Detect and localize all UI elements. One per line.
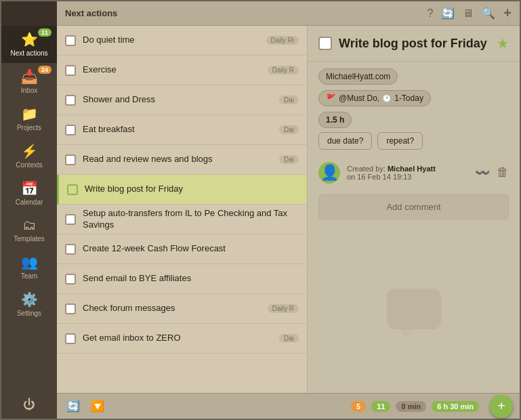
add-comment-button[interactable]: Add comment <box>318 194 509 219</box>
task-checkbox[interactable] <box>65 125 76 135</box>
task-checkbox[interactable] <box>65 333 76 344</box>
count-orange-badge: 5 <box>351 401 366 412</box>
duration-row: 1.5 h <box>308 113 520 132</box>
duration-badge[interactable]: 1.5 h <box>318 112 352 128</box>
task-item[interactable]: Shower and Dress Dai <box>57 85 307 115</box>
schedule-label: 1-Today <box>394 93 423 103</box>
created-on: on 16 Feb 14 19:13 <box>347 173 411 181</box>
clock-icon: 🕐 <box>382 94 392 103</box>
task-checkbox[interactable] <box>65 244 76 255</box>
power-button[interactable]: ⏻ <box>1 391 57 419</box>
task-item[interactable]: Get email inbox to ZERO Dai <box>57 324 307 354</box>
detail-title: Write blog post for Friday <box>339 37 490 51</box>
context-tag[interactable]: MichaelHyatt.com <box>318 68 398 85</box>
detail-panel: Write blog post for Friday ★ MichaelHyat… <box>308 26 520 393</box>
detail-actions: due date? repeat? <box>308 132 520 156</box>
add-icon[interactable]: + <box>503 5 512 21</box>
creator-name: Michael Hyatt <box>388 165 436 173</box>
sync-icon[interactable]: 🔄 <box>441 7 455 20</box>
task-checkbox[interactable] <box>65 95 76 106</box>
comment-area <box>308 225 520 393</box>
power-icon: ⏻ <box>23 398 35 412</box>
task-name: Get email inbox to ZERO <box>83 333 275 344</box>
task-name: Do quiet time <box>83 35 262 46</box>
sidebar-item-projects[interactable]: 📁 Projects <box>1 100 57 138</box>
sidebar-label-contexts: Contexts <box>16 161 42 169</box>
sidebar-item-inbox[interactable]: 📥 Inbox 24 <box>1 63 57 100</box>
next-actions-badge: 11 <box>38 28 51 37</box>
task-item[interactable]: Eat breakfast Dai <box>57 115 307 145</box>
sidebar-top-bar <box>1 1 57 26</box>
task-name: Send email to BYE affiliates <box>83 273 299 285</box>
display-icon[interactable]: 🖥 <box>463 7 474 20</box>
sidebar-item-settings[interactable]: ⚙️ Settings <box>1 286 57 323</box>
inbox-icon: 📥 <box>21 68 38 85</box>
sidebar-item-next-actions[interactable]: ⭐ Next actions 11 <box>1 26 57 63</box>
top-bar: Next actions ? 🔄 🖥 🔍 + <box>57 1 520 26</box>
flag-icon: 🚩 <box>326 93 336 103</box>
task-tag: Dai <box>279 125 299 134</box>
count-green-badge: 11 <box>371 401 390 412</box>
contexts-icon: ⚡ <box>21 143 38 159</box>
task-tag: Daily R <box>268 304 299 313</box>
task-checkbox[interactable] <box>65 214 76 225</box>
task-name: Eat breakfast <box>83 124 275 135</box>
calendar-icon: 📅 <box>21 180 38 196</box>
task-checkbox[interactable] <box>65 35 76 46</box>
task-name: Setup auto-transfers from IL to Pe Check… <box>83 208 299 231</box>
task-item[interactable]: Exercise Daily R <box>57 56 307 85</box>
sidebar-label-calendar: Calendar <box>16 198 43 207</box>
task-checkbox[interactable] <box>67 184 78 195</box>
task-checkbox[interactable] <box>65 274 76 285</box>
repeat-button[interactable]: repeat? <box>377 132 423 150</box>
task-item-active[interactable]: Write blog post for Friday <box>57 175 307 205</box>
detail-checkbox[interactable] <box>318 37 332 50</box>
due-date-button[interactable]: due date? <box>318 132 372 150</box>
task-tag: Dai <box>279 96 299 104</box>
bottom-bar: 🔄 🔽 5 11 0 min 6 h 30 min + <box>57 393 520 419</box>
activity-icon[interactable]: 〰️ <box>475 165 490 180</box>
must-do-label: @Must Do, <box>339 93 379 103</box>
refresh-icon[interactable]: 🔄 <box>64 397 83 415</box>
time-highlight: 6 h 30 min <box>432 401 479 412</box>
task-item[interactable]: Send email to BYE affiliates <box>57 264 307 294</box>
help-icon[interactable]: ? <box>427 7 433 20</box>
task-name: Exercise <box>83 64 264 76</box>
task-name: Check forum messages <box>83 303 264 314</box>
sidebar-item-contexts[interactable]: ⚡ Contexts <box>1 138 57 175</box>
fab-add-button[interactable]: + <box>490 395 513 418</box>
task-name: Read and review news and blogs <box>83 154 275 165</box>
main-content: Next actions ? 🔄 🖥 🔍 + Do quiet time Dai… <box>57 1 520 419</box>
meta-actions: 〰️ 🗑 <box>475 165 509 180</box>
detail-meta: 👤 Created by: Michael Hyatt on 16 Feb 14… <box>308 156 520 189</box>
sidebar-label-team: Team <box>21 272 37 280</box>
task-tag: Dai <box>279 155 299 164</box>
detail-tags: MichaelHyatt.com 🚩 @Must Do, 🕐 1-Today <box>308 62 520 113</box>
priority-tag[interactable]: 🚩 @Must Do, 🕐 1-Today <box>318 90 431 106</box>
task-item[interactable]: Do quiet time Daily Ri <box>57 26 307 56</box>
task-item[interactable]: Read and review news and blogs Dai <box>57 145 307 175</box>
projects-icon: 📁 <box>21 106 38 122</box>
search-icon[interactable]: 🔍 <box>482 7 495 20</box>
task-tag: Daily R <box>268 66 299 75</box>
filter-icon[interactable]: 🔽 <box>88 397 107 415</box>
sidebar-item-team[interactable]: 👥 Team <box>1 249 57 286</box>
task-item[interactable]: Setup auto-transfers from IL to Pe Check… <box>57 205 307 234</box>
sidebar: ⭐ Next actions 11 📥 Inbox 24 📁 Projects … <box>1 1 57 419</box>
top-bar-actions: ? 🔄 🖥 🔍 + <box>427 5 512 21</box>
task-checkbox[interactable] <box>65 154 76 165</box>
delete-icon[interactable]: 🗑 <box>497 165 509 180</box>
task-name: Write blog post for Friday <box>85 184 299 195</box>
task-checkbox[interactable] <box>65 65 76 76</box>
team-icon: 👥 <box>21 254 38 270</box>
sidebar-item-calendar[interactable]: 📅 Calendar <box>1 175 57 212</box>
task-item[interactable]: Check forum messages Daily R <box>57 294 307 324</box>
sidebar-item-templates[interactable]: 🗂 Templates <box>1 212 57 249</box>
speech-bubble <box>387 289 441 329</box>
task-tag: Dai <box>279 334 299 343</box>
task-checkbox[interactable] <box>65 303 76 314</box>
task-item[interactable]: Create 12-week Cash Flow Forecast <box>57 234 307 264</box>
star-icon[interactable]: ★ <box>497 35 509 51</box>
time-neutral: 0 min <box>396 401 426 412</box>
sidebar-label-inbox: Inbox <box>21 87 37 95</box>
